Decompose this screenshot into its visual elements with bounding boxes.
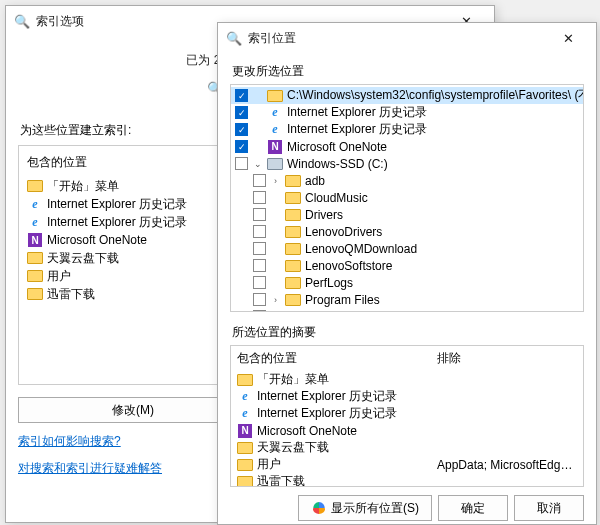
change-locations-label: 更改所选位置: [232, 63, 584, 80]
tree-node-label: LenovoSoftstore: [305, 259, 392, 273]
folder-icon: [285, 207, 301, 223]
tree-node[interactable]: Drivers: [231, 206, 583, 223]
tree-node[interactable]: ›adb: [231, 172, 583, 189]
folder-icon: [285, 292, 301, 308]
summary-row[interactable]: Internet Explorer 历史记录: [231, 388, 583, 405]
checkbox[interactable]: [253, 191, 266, 204]
folder-icon: [27, 286, 43, 302]
checkbox[interactable]: ✓: [235, 140, 248, 153]
list-item-label: 用户: [47, 268, 71, 285]
checkbox[interactable]: ✓: [235, 123, 248, 136]
summary-row[interactable]: 用户AppData; MicrosoftEdgeBackups...: [231, 456, 583, 473]
summary-row[interactable]: Microsoft OneNote: [231, 422, 583, 439]
summary-row-label: 用户: [257, 456, 281, 473]
checkbox[interactable]: [253, 310, 266, 312]
tree-node[interactable]: CloudMusic: [231, 189, 583, 206]
ok-button[interactable]: 确定: [438, 495, 508, 521]
show-all-locations-button[interactable]: 显示所有位置(S): [298, 495, 432, 521]
folder-icon: [285, 224, 301, 240]
expand-twisty[interactable]: ⌄: [252, 159, 263, 169]
summary-row-label: 「开始」菜单: [257, 371, 329, 388]
list-item-label: Microsoft OneNote: [47, 233, 147, 247]
folder-icon: [237, 440, 253, 456]
titlebar[interactable]: 索引位置 ✕: [218, 23, 596, 53]
tree-node-label: adb: [305, 174, 325, 188]
checkbox[interactable]: [253, 208, 266, 221]
checkbox[interactable]: [253, 225, 266, 238]
summary-row[interactable]: Internet Explorer 历史记录: [231, 405, 583, 422]
dialog-title: 索引位置: [248, 30, 548, 47]
ie-icon: [27, 214, 43, 230]
checkbox[interactable]: [253, 174, 266, 187]
folder-icon: [237, 372, 253, 388]
tree-node[interactable]: ⌄Windows-SSD (C:): [231, 155, 583, 172]
summary-row-label: 迅雷下载: [257, 473, 305, 487]
tree-node-label: Program Files: [305, 293, 380, 307]
checkbox[interactable]: [253, 242, 266, 255]
ie-icon: [237, 389, 253, 405]
folder-icon: [285, 275, 301, 291]
list-item-label: 「开始」菜单: [47, 178, 119, 195]
tree-node-label: Internet Explorer 历史记录: [287, 104, 427, 121]
summary-row[interactable]: 天翼云盘下载: [231, 439, 583, 456]
folder-icon: [285, 258, 301, 274]
list-item-label: Internet Explorer 历史记录: [47, 196, 187, 213]
tree-node[interactable]: PerfLogs: [231, 274, 583, 291]
summary-row-label: 天翼云盘下载: [257, 439, 329, 456]
show-all-locations-label: 显示所有位置(S): [331, 500, 419, 517]
checkbox[interactable]: [253, 293, 266, 306]
tree-node[interactable]: ✓Internet Explorer 历史记录: [231, 104, 583, 121]
close-icon[interactable]: ✕: [548, 24, 588, 52]
checkbox[interactable]: ✓: [235, 106, 248, 119]
tree-node-label: CloudMusic: [305, 191, 368, 205]
folder-icon: [285, 241, 301, 257]
checkbox[interactable]: [235, 157, 248, 170]
tree-node[interactable]: ›Program Files (x86): [231, 308, 583, 312]
onenote-icon: [27, 232, 43, 248]
tree-node[interactable]: LenovoQMDownload: [231, 240, 583, 257]
search-icon: [226, 30, 242, 46]
ie-icon: [237, 406, 253, 422]
summary-row-label: Internet Explorer 历史记录: [257, 388, 397, 405]
summary-row[interactable]: 「开始」菜单: [231, 371, 583, 388]
tree-node-label: Internet Explorer 历史记录: [287, 121, 427, 138]
tree-node-label: PerfLogs: [305, 276, 353, 290]
tree-node[interactable]: ›Program Files: [231, 291, 583, 308]
list-item-label: Internet Explorer 历史记录: [47, 214, 187, 231]
shield-icon: [311, 500, 327, 516]
expand-twisty[interactable]: ›: [270, 312, 281, 313]
modify-button[interactable]: 修改(M): [18, 397, 248, 423]
ie-icon: [267, 122, 283, 138]
tree-node-label: Drivers: [305, 208, 343, 222]
checkbox[interactable]: ✓: [235, 89, 248, 102]
tree-node-label: Program Files (x86): [305, 310, 410, 313]
summary-row[interactable]: 迅雷下载: [231, 473, 583, 487]
tree-node[interactable]: LenovoDrivers: [231, 223, 583, 240]
folder-icon: [285, 173, 301, 189]
expand-twisty[interactable]: ›: [270, 176, 281, 186]
tree-node-label: LenovoDrivers: [305, 225, 382, 239]
list-item-label: 天翼云盘下载: [47, 250, 119, 267]
folder-icon: [27, 268, 43, 284]
folder-icon: [27, 178, 43, 194]
folder-icon: [27, 250, 43, 266]
tree-node-label: Microsoft OneNote: [287, 140, 387, 154]
tree-node[interactable]: ✓C:\Windows\system32\config\systemprofil…: [231, 87, 583, 104]
ie-icon: [27, 196, 43, 212]
onenote-icon: [237, 423, 253, 439]
cancel-button[interactable]: 取消: [514, 495, 584, 521]
tree-node-label: LenovoQMDownload: [305, 242, 417, 256]
locations-tree[interactable]: ✓C:\Windows\system32\config\systemprofil…: [230, 84, 584, 312]
tree-node[interactable]: ✓Internet Explorer 历史记录: [231, 121, 583, 138]
indexed-locations-dialog: 索引位置 ✕ 更改所选位置 ✓C:\Windows\system32\confi…: [217, 22, 597, 525]
expand-twisty[interactable]: ›: [270, 295, 281, 305]
summary-col-included: 包含的位置: [237, 350, 437, 367]
checkbox[interactable]: [253, 276, 266, 289]
summary-box: 包含的位置 排除 「开始」菜单Internet Explorer 历史记录Int…: [230, 345, 584, 487]
folder-icon: [267, 88, 283, 104]
checkbox[interactable]: [253, 259, 266, 272]
tree-node[interactable]: LenovoSoftstore: [231, 257, 583, 274]
folder-icon: [237, 457, 253, 473]
folder-icon: [237, 474, 253, 488]
tree-node[interactable]: ✓Microsoft OneNote: [231, 138, 583, 155]
